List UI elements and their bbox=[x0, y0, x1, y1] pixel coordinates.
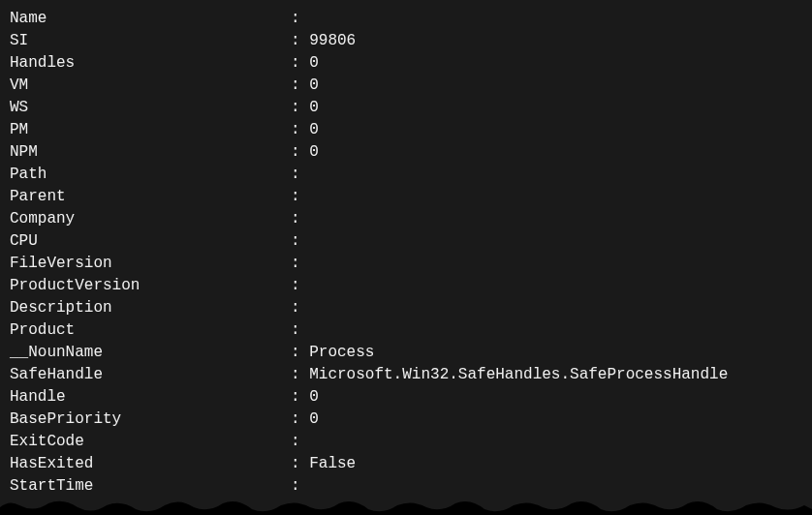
property-row: Name: bbox=[10, 8, 802, 30]
property-key: StartTime bbox=[10, 475, 291, 498]
property-row: ExitCode: bbox=[10, 431, 802, 453]
property-separator: : bbox=[291, 253, 309, 275]
property-value: 0 bbox=[309, 141, 319, 164]
property-row: SafeHandle: Microsoft.Win32.SafeHandles.… bbox=[10, 364, 802, 386]
property-separator: : bbox=[291, 8, 309, 30]
property-value: Process bbox=[309, 342, 374, 364]
property-key: CPU bbox=[10, 230, 291, 253]
property-value: 0 bbox=[309, 75, 319, 97]
property-key: SI bbox=[10, 30, 291, 52]
property-value: 0 bbox=[309, 119, 319, 141]
property-separator: : bbox=[291, 75, 309, 97]
property-key: ExitCode bbox=[10, 431, 291, 453]
property-separator: : bbox=[291, 186, 309, 208]
property-value: False bbox=[309, 453, 356, 475]
property-row: Description: bbox=[10, 297, 802, 319]
property-separator: : bbox=[291, 475, 309, 498]
property-separator: : bbox=[291, 319, 309, 342]
property-key: Description bbox=[10, 297, 291, 319]
property-key: Product bbox=[10, 319, 291, 342]
property-row: VM: 0 bbox=[10, 75, 802, 97]
property-separator: : bbox=[291, 141, 309, 164]
property-separator: : bbox=[291, 364, 309, 386]
property-row: StartTime: bbox=[10, 475, 802, 498]
terminal-output: Name: SI: 99806Handles: 0VM: 0WS: 0PM: 0… bbox=[10, 8, 802, 498]
property-value: 0 bbox=[309, 409, 319, 431]
property-key: Parent bbox=[10, 186, 291, 208]
property-row: Handle: 0 bbox=[10, 386, 802, 409]
property-row: Handles: 0 bbox=[10, 52, 802, 75]
property-separator: : bbox=[291, 208, 309, 230]
property-key: VM bbox=[10, 75, 291, 97]
property-key: PM bbox=[10, 119, 291, 141]
property-key: Path bbox=[10, 164, 291, 186]
property-key: NPM bbox=[10, 141, 291, 164]
property-key: __NounName bbox=[10, 342, 291, 364]
property-separator: : bbox=[291, 275, 309, 297]
property-separator: : bbox=[291, 453, 309, 475]
property-value: 99806 bbox=[309, 30, 356, 52]
property-row: BasePriority: 0 bbox=[10, 409, 802, 431]
property-row: HasExited: False bbox=[10, 453, 802, 475]
property-key: FileVersion bbox=[10, 253, 291, 275]
property-row: CPU: bbox=[10, 230, 802, 253]
property-separator: : bbox=[291, 164, 309, 186]
property-separator: : bbox=[291, 297, 309, 319]
property-key: BasePriority bbox=[10, 409, 291, 431]
torn-edge-decoration bbox=[0, 496, 812, 515]
property-separator: : bbox=[291, 52, 309, 75]
property-separator: : bbox=[291, 97, 309, 119]
property-row: WS: 0 bbox=[10, 97, 802, 119]
property-value: 0 bbox=[309, 52, 319, 75]
property-key: WS bbox=[10, 97, 291, 119]
property-key: SafeHandle bbox=[10, 364, 291, 386]
property-row: __NounName: Process bbox=[10, 342, 802, 364]
property-separator: : bbox=[291, 386, 309, 409]
property-separator: : bbox=[291, 230, 309, 253]
property-value: 0 bbox=[309, 386, 319, 409]
property-row: Company: bbox=[10, 208, 802, 230]
property-row: ProductVersion: bbox=[10, 275, 802, 297]
property-key: Handle bbox=[10, 386, 291, 409]
property-key: Company bbox=[10, 208, 291, 230]
property-row: Parent: bbox=[10, 186, 802, 208]
property-row: Path: bbox=[10, 164, 802, 186]
property-separator: : bbox=[291, 30, 309, 52]
property-value: 0 bbox=[309, 97, 319, 119]
property-row: SI: 99806 bbox=[10, 30, 802, 52]
property-key: Handles bbox=[10, 52, 291, 75]
property-key: HasExited bbox=[10, 453, 291, 475]
property-row: PM: 0 bbox=[10, 119, 802, 141]
property-key: ProductVersion bbox=[10, 275, 291, 297]
property-key: Name bbox=[10, 8, 291, 30]
property-separator: : bbox=[291, 409, 309, 431]
property-row: NPM: 0 bbox=[10, 141, 802, 164]
property-separator: : bbox=[291, 342, 309, 364]
property-row: FileVersion: bbox=[10, 253, 802, 275]
property-separator: : bbox=[291, 431, 309, 453]
property-separator: : bbox=[291, 119, 309, 141]
property-row: Product: bbox=[10, 319, 802, 342]
property-value: Microsoft.Win32.SafeHandles.SafeProcessH… bbox=[309, 364, 728, 386]
